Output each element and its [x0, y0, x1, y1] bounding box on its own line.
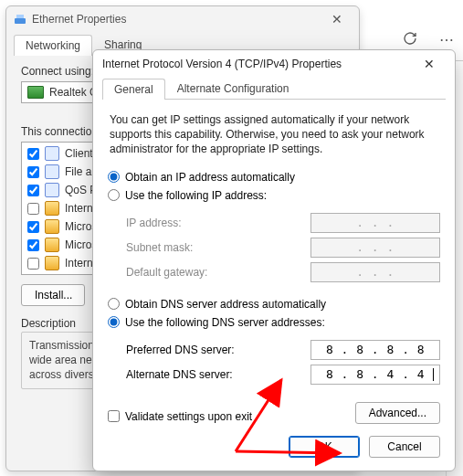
ipv4-titlebar[interactable]: Internet Protocol Version 4 (TCP/IPv4) P…	[93, 50, 455, 78]
svg-rect-0	[15, 18, 26, 24]
tab-networking[interactable]: Networking	[14, 35, 92, 56]
subnet-mask-field: . . .	[310, 238, 440, 258]
cancel-button[interactable]: Cancel	[369, 436, 440, 458]
radio-ip-auto-label: Obtain an IP address automatically	[125, 171, 295, 184]
ok-button[interactable]: OK	[289, 436, 360, 458]
ethernet-title: Ethernet Properties	[32, 13, 126, 26]
validate-settings-checkbox[interactable]: Validate settings upon exit	[108, 410, 252, 423]
ethernet-titlebar[interactable]: Ethernet Properties ✕	[6, 6, 359, 32]
adapter-name: Realtek G	[49, 86, 98, 99]
item-checkbox[interactable]	[27, 239, 39, 251]
protocol-icon	[45, 219, 59, 234]
install-button[interactable]: Install...	[21, 284, 85, 306]
default-gateway-field: . . .	[310, 262, 440, 282]
preferred-dns-label: Preferred DNS server:	[126, 344, 235, 356]
client-icon	[45, 164, 59, 179]
item-checkbox[interactable]	[27, 148, 39, 160]
ipv4-tabs: General Alternate Configuration	[102, 78, 446, 100]
radio-dns-auto-label: Obtain DNS server address automatically	[125, 298, 326, 311]
client-icon	[45, 146, 59, 161]
advanced-button[interactable]: Advanced...	[355, 402, 440, 424]
adapter-icon	[27, 86, 44, 99]
item-checkbox[interactable]	[27, 258, 39, 270]
intro-text: You can get IP settings assigned automat…	[110, 112, 438, 157]
alternate-dns-field[interactable]: 8 . 8 . 4 . 4	[310, 365, 440, 385]
ip-address-label: IP address:	[126, 217, 181, 229]
radio-dns-auto[interactable]: Obtain DNS server address automatically	[108, 298, 440, 311]
alternate-dns-label: Alternate DNS server:	[126, 368, 233, 381]
radio-dns-manual-label: Use the following DNS server addresses:	[125, 316, 325, 329]
tab-alternate-configuration[interactable]: Alternate Configuration	[165, 78, 301, 99]
ipv4-properties-window: Internet Protocol Version 4 (TCP/IPv4) P…	[92, 49, 456, 471]
protocol-icon	[45, 256, 59, 270]
more-icon[interactable]: ⋯	[439, 31, 454, 48]
ipv4-title: Internet Protocol Version 4 (TCP/IPv4) P…	[102, 58, 342, 70]
validate-settings-label: Validate settings upon exit	[125, 410, 252, 423]
close-icon[interactable]: ✕	[413, 54, 446, 74]
subnet-mask-label: Subnet mask:	[126, 241, 193, 254]
connection-icon	[14, 13, 26, 26]
refresh-icon[interactable]	[403, 31, 417, 48]
radio-ip-manual[interactable]: Use the following IP address:	[108, 189, 440, 202]
item-checkbox[interactable]	[27, 221, 39, 233]
radio-dns-manual[interactable]: Use the following DNS server addresses:	[108, 316, 440, 329]
svg-rect-1	[16, 15, 24, 18]
protocol-icon	[45, 201, 59, 216]
default-gateway-label: Default gateway:	[126, 266, 207, 279]
client-icon	[45, 183, 59, 197]
tab-general[interactable]: General	[102, 79, 165, 100]
protocol-icon	[45, 238, 59, 252]
close-icon[interactable]: ✕	[322, 10, 352, 28]
ip-address-field: . . .	[310, 213, 440, 233]
radio-ip-auto[interactable]: Obtain an IP address automatically	[108, 171, 440, 184]
item-checkbox[interactable]	[27, 166, 39, 178]
item-checkbox[interactable]	[27, 203, 39, 215]
radio-ip-manual-label: Use the following IP address:	[125, 189, 267, 202]
preferred-dns-field[interactable]: 8 . 8 . 8 . 8	[310, 340, 440, 360]
item-checkbox[interactable]	[27, 185, 39, 196]
